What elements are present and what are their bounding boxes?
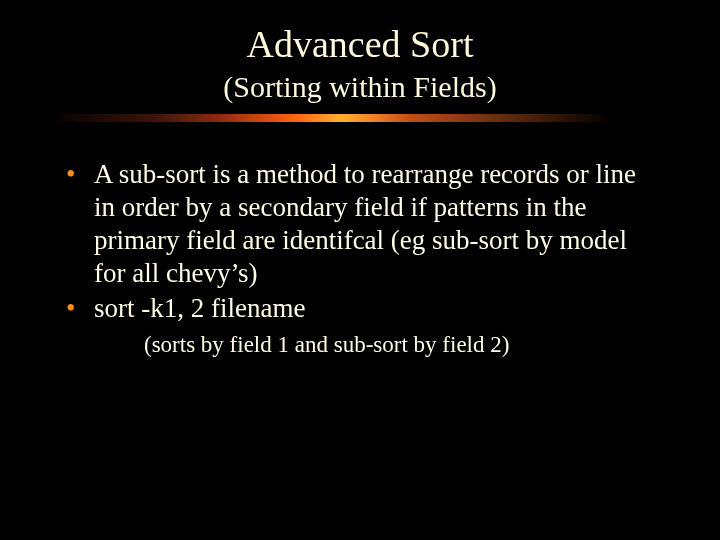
sub-note: (sorts by field 1 and sub-sort by field … xyxy=(144,331,660,360)
bullet-list: A sub-sort is a method to rearrange reco… xyxy=(60,158,660,325)
list-item: A sub-sort is a method to rearrange reco… xyxy=(60,158,650,290)
divider-rule xyxy=(50,114,610,122)
list-item: sort -k1, 2 filename xyxy=(60,292,650,325)
slide-title: Advanced Sort xyxy=(60,20,660,66)
slide: Advanced Sort (Sorting within Fields) A … xyxy=(0,0,720,540)
slide-subtitle: (Sorting within Fields) xyxy=(60,70,660,104)
